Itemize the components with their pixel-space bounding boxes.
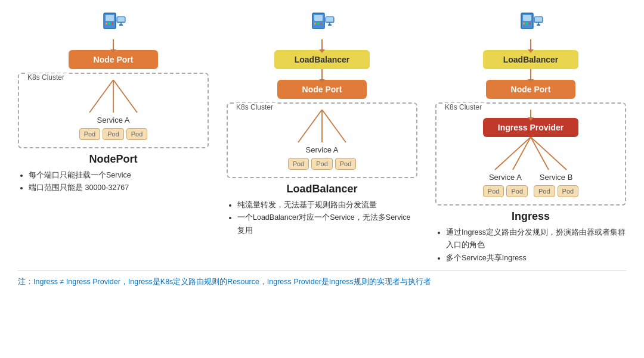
ingress-col: LoadBalancer Node Port K8s Cluster Ingre… xyxy=(435,12,626,264)
loadbalancer-bullets: 纯流量转发，无法基于规则路由分发流量 一个LoadBalancer对应一个Ser… xyxy=(227,199,417,237)
nodeport-visual: Node Port K8s Cluster xyxy=(18,12,209,148)
svg-rect-20 xyxy=(328,24,332,26)
svg-line-36 xyxy=(531,137,566,170)
service-label-a-nodeport: Service A xyxy=(97,116,130,124)
computer-icon-lb xyxy=(308,12,336,36)
service-col-a-lb: Service A Pod Pod Pod xyxy=(288,145,357,170)
svg-line-33 xyxy=(495,137,531,170)
arrow-lb-to-nodeport xyxy=(321,69,323,80)
svg-line-11 xyxy=(113,80,137,113)
arrow-lb-to-np-ingress xyxy=(530,69,531,80)
svg-line-35 xyxy=(531,137,549,170)
nodeport-title: NodePort xyxy=(89,153,138,166)
service-col-a-nodeport: Service A Pod Pod Pod xyxy=(79,116,148,140)
pod-nodeport-2: Pod xyxy=(103,128,124,140)
pod-row-b-ingress: Pod Pod xyxy=(534,185,578,197)
loadbalancer-title: LoadBalancer xyxy=(286,183,357,195)
fan-lines-nodeport xyxy=(48,80,179,116)
ingress-bullets: 通过Ingress定义路由分发规则，扮演路由器或者集群入口的角色 多个Servi… xyxy=(435,226,626,264)
svg-rect-6 xyxy=(117,17,125,21)
svg-line-21 xyxy=(298,110,322,142)
nodeport-col: Node Port K8s Cluster xyxy=(18,12,209,195)
pod-lb-3: Pod xyxy=(335,158,357,170)
computer-icon-ingress xyxy=(516,12,545,36)
pod-lb-1: Pod xyxy=(288,158,309,170)
svg-rect-28 xyxy=(529,23,531,24)
pod-row-a-lb: Pod Pod Pod xyxy=(288,158,357,170)
cluster-label-ingress: K8s Cluster xyxy=(442,103,484,111)
loadbalancer-col: LoadBalancer Node Port K8s Cluster xyxy=(227,12,417,237)
service-col-b-ingress: Service B Pod Pod xyxy=(534,173,578,197)
svg-rect-25 xyxy=(523,15,531,21)
ingress-title: Ingress xyxy=(512,210,550,223)
pod-row-a-ingress: Pod Pod xyxy=(483,185,528,197)
arrow-computer-to-lb-ingress xyxy=(530,39,531,50)
nodeport-bullets: 每个端口只能挂载一个Service 端口范围只能是 30000-32767 xyxy=(18,169,209,195)
pod-ingress-b1: Pod xyxy=(534,185,555,197)
cluster-box-lb: K8s Cluster Service A Pod Pod xyxy=(227,102,417,178)
nodeport-bullet-1: 每个端口只能挂载一个Service xyxy=(29,169,209,182)
arrow-np-to-ingress-provider xyxy=(530,110,531,118)
pod-nodeport-3: Pod xyxy=(126,128,148,140)
arrow-computer-to-nodeport xyxy=(113,39,114,50)
cluster-label-nodeport: K8s Cluster xyxy=(25,73,67,82)
svg-rect-26 xyxy=(523,23,525,24)
nodeport-bullet-2: 端口范围只能是 30000-32767 xyxy=(29,182,209,194)
service-label-a-ingress: Service A xyxy=(489,173,522,182)
service-label-b-ingress: Service B xyxy=(540,173,573,182)
fan-lines-ingress xyxy=(453,137,608,173)
svg-rect-14 xyxy=(314,23,316,24)
service-col-a-ingress: Service A Pod Pod xyxy=(483,173,528,197)
cluster-label-lb: K8s Cluster xyxy=(234,103,275,111)
loadbalancer-visual: LoadBalancer Node Port K8s Cluster xyxy=(227,12,417,178)
arrow-computer-to-lb xyxy=(321,39,323,50)
lb-bullet-2: 一个LoadBalancer对应一个Service，无法多Service复用 xyxy=(237,211,417,237)
service-label-a-lb: Service A xyxy=(306,145,339,154)
pod-ingress-a2: Pod xyxy=(506,185,528,197)
svg-rect-2 xyxy=(106,23,107,24)
svg-rect-18 xyxy=(326,17,333,21)
main-container: Node Port K8s Cluster xyxy=(0,0,644,358)
svg-rect-3 xyxy=(109,23,110,24)
svg-rect-16 xyxy=(320,23,322,24)
svg-rect-27 xyxy=(526,23,528,24)
computer-icon-nodeport xyxy=(99,12,128,36)
pod-row-a-nodeport: Pod Pod Pod xyxy=(79,128,148,140)
service-row-lb: Service A Pod Pod Pod xyxy=(235,145,409,170)
pod-nodeport-1: Pod xyxy=(79,128,101,140)
ingress-visual: LoadBalancer Node Port K8s Cluster Ingre… xyxy=(435,12,626,206)
svg-rect-32 xyxy=(537,24,540,26)
svg-rect-15 xyxy=(317,23,319,24)
pod-lb-2: Pod xyxy=(311,158,333,170)
cluster-box-ingress: K8s Cluster Ingress Provider xyxy=(435,102,626,206)
svg-rect-30 xyxy=(535,17,542,21)
ingress-bullet-2: 多个Service共享Ingress xyxy=(446,252,626,264)
svg-rect-13 xyxy=(314,15,323,21)
cluster-box-nodeport: K8s Cluster Service A xyxy=(18,73,209,148)
ingress-bullet-1: 通过Ingress定义路由分发规则，扮演路由器或者集群入口的角色 xyxy=(446,226,626,252)
svg-rect-4 xyxy=(112,23,113,24)
diagrams-row: Node Port K8s Cluster xyxy=(18,12,626,264)
svg-line-9 xyxy=(89,80,113,113)
svg-line-23 xyxy=(322,110,346,142)
lb-bullet-1: 纯流量转发，无法基于规则路由分发流量 xyxy=(237,199,417,211)
svg-rect-1 xyxy=(106,15,114,21)
service-row-ingress: Service A Pod Pod Service B Pod xyxy=(444,173,618,197)
svg-rect-8 xyxy=(119,24,123,26)
service-row-nodeport: Service A Pod Pod Pod xyxy=(26,116,200,140)
svg-line-34 xyxy=(513,137,531,170)
fan-lines-lb xyxy=(256,110,388,145)
bottom-note: 注：Ingress ≠ Ingress Provider，Ingress是K8s… xyxy=(18,270,626,288)
pod-ingress-b2: Pod xyxy=(558,185,579,197)
pod-ingress-a1: Pod xyxy=(483,185,504,197)
